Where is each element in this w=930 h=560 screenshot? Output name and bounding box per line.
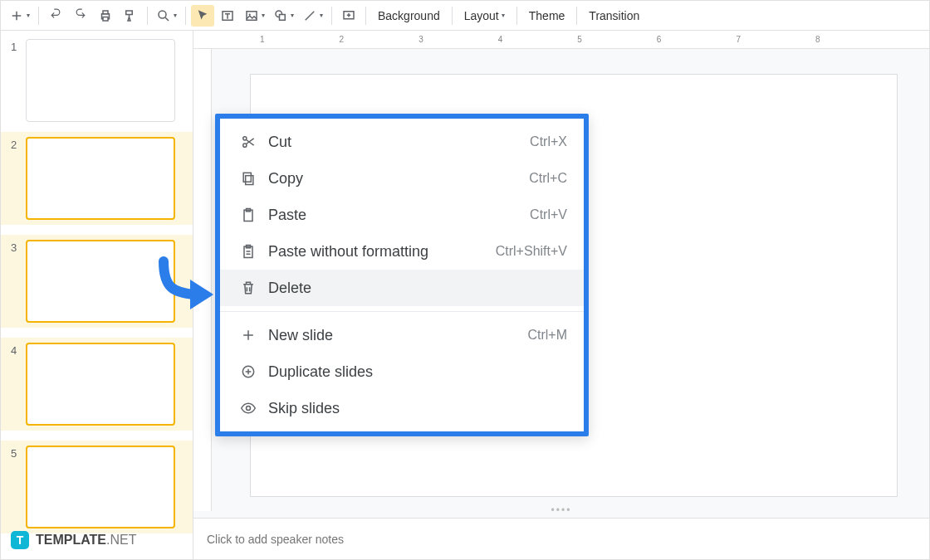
menu-item-delete[interactable]: Delete [220,270,584,306]
separator [516,7,517,25]
menu-shortcut: Ctrl+X [530,134,567,149]
ruler-tick: 1 [260,35,265,44]
ruler-tick: 5 [577,35,582,44]
toolbar: Background Layout Theme Transition [1,1,929,31]
menu-item-new-slide[interactable]: New slide Ctrl+M [220,317,584,353]
redo-button[interactable] [69,5,92,27]
svg-rect-13 [246,176,253,185]
separator [452,7,453,25]
ruler-tick: 3 [418,35,423,44]
slide-preview[interactable] [26,446,175,528]
background-button[interactable]: Background [371,5,447,27]
slide-number: 4 [11,343,26,357]
menu-label: Skip slides [260,400,567,417]
slide-preview[interactable] [26,39,175,122]
copy-icon [237,170,260,187]
menu-shortcut: Ctrl+Shift+V [496,244,567,259]
slide-number: 2 [11,137,26,151]
duplicate-icon [237,363,260,380]
ruler-tick: 7 [736,35,741,44]
menu-item-copy[interactable]: Copy Ctrl+C [220,160,584,197]
image-button[interactable] [241,5,268,27]
ruler-tick: 4 [498,35,503,44]
watermark-thin: .NET [106,533,136,547]
clipboard-plain-icon [237,243,260,260]
watermark-bold: TEMPLATE [36,533,106,547]
speaker-notes[interactable]: Click to add speaker notes [193,518,929,559]
scissors-icon [237,134,260,150]
svg-point-20 [247,407,251,411]
svg-rect-2 [103,17,108,21]
menu-shortcut: Ctrl+V [530,207,567,222]
plus-icon [237,327,260,343]
menu-item-skip[interactable]: Skip slides [220,390,584,426]
menu-item-cut[interactable]: Cut Ctrl+X [220,124,584,160]
context-menu: Cut Ctrl+X Copy Ctrl+C Paste Ctrl+V Past… [215,114,589,436]
menu-shortcut: Ctrl+M [527,328,567,343]
svg-rect-1 [103,11,108,14]
eye-icon [237,400,260,416]
textbox-button[interactable] [216,5,239,27]
horizontal-ruler: 1 2 3 4 5 6 7 8 [193,31,929,49]
svg-point-11 [243,137,247,140]
comment-button[interactable] [337,5,360,27]
svg-rect-9 [280,14,286,20]
menu-label: Copy [260,170,529,187]
undo-button[interactable] [44,5,67,27]
menu-label: Paste [260,207,530,224]
menu-shortcut: Ctrl+C [529,171,567,186]
resize-grip[interactable]: •••• [193,503,929,518]
trash-icon [237,280,260,296]
separator [147,7,148,25]
new-slide-button[interactable] [6,5,33,27]
layout-button[interactable]: Layout [458,5,512,27]
menu-label: New slide [260,327,527,344]
slide-number: 5 [11,446,26,460]
slide-number: 1 [11,39,26,53]
slide-number: 3 [11,240,26,254]
ruler-tick: 8 [815,35,820,44]
print-button[interactable] [94,5,117,27]
clipboard-icon [237,207,260,223]
separator [576,7,577,25]
transition-button[interactable]: Transition [582,5,646,27]
watermark: T TEMPLATE.NET [11,531,136,549]
shape-button[interactable] [270,5,297,27]
watermark-icon: T [11,531,29,549]
menu-item-paste-plain[interactable]: Paste without formatting Ctrl+Shift+V [220,233,584,270]
menu-label: Paste without formatting [260,243,496,261]
select-tool-button[interactable] [191,5,214,27]
slide-thumbnail[interactable]: 1 [1,39,193,122]
slide-preview[interactable] [26,137,175,220]
svg-rect-6 [247,11,257,20]
ruler-tick: 6 [657,35,662,44]
separator [331,7,332,25]
slide-preview[interactable] [26,343,175,426]
slide-thumbnail[interactable]: 5 [1,441,193,533]
svg-rect-3 [126,11,133,15]
menu-separator [220,311,584,312]
separator [365,7,366,25]
svg-point-4 [159,11,166,18]
separator [38,7,39,25]
slide-thumbnail[interactable]: 2 [1,132,193,225]
ruler-tick: 2 [340,35,345,44]
menu-item-paste[interactable]: Paste Ctrl+V [220,197,584,233]
svg-rect-14 [243,173,251,182]
zoom-button[interactable] [153,5,180,27]
theme-button[interactable]: Theme [522,5,572,27]
separator [185,7,186,25]
line-button[interactable] [299,5,326,27]
menu-label: Delete [260,280,567,297]
arrow-annotation-icon [149,255,223,324]
menu-label: Cut [260,134,530,151]
paint-format-button[interactable] [119,5,142,27]
slide-thumbnail[interactable]: 4 [1,338,193,431]
svg-point-12 [243,144,247,147]
menu-label: Duplicate slides [260,363,567,381]
menu-item-duplicate[interactable]: Duplicate slides [220,353,584,390]
